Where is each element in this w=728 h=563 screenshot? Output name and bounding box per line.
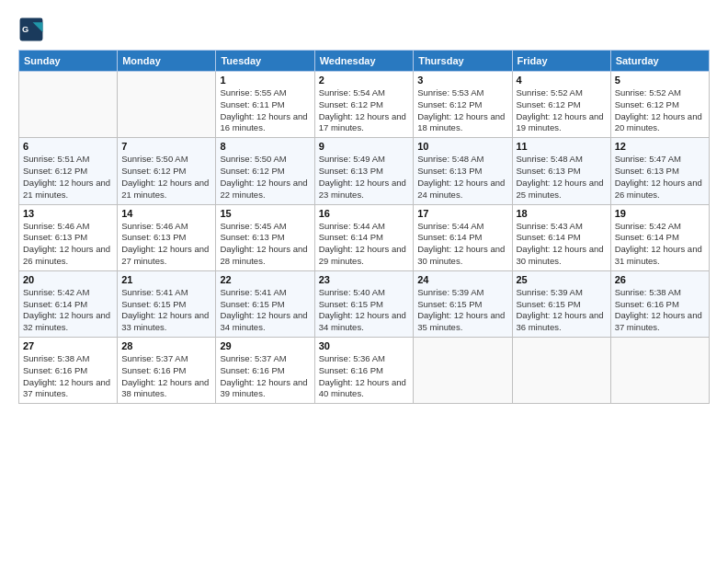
day-info: Sunrise: 5:49 AM Sunset: 6:13 PM Dayligh…: [319, 154, 410, 201]
day-header-monday: Monday: [118, 51, 216, 72]
day-number: 29: [220, 340, 310, 351]
calendar-cell: 23Sunrise: 5:40 AM Sunset: 6:15 PM Dayli…: [314, 270, 414, 337]
day-number: 26: [615, 274, 705, 285]
calendar-cell: 8Sunrise: 5:50 AM Sunset: 6:12 PM Daylig…: [216, 138, 314, 204]
day-info: Sunrise: 5:46 AM Sunset: 6:13 PM Dayligh…: [23, 221, 113, 268]
day-info: Sunrise: 5:42 AM Sunset: 6:14 PM Dayligh…: [23, 287, 113, 334]
day-number: 24: [417, 274, 507, 285]
day-info: Sunrise: 5:43 AM Sunset: 6:14 PM Dayligh…: [517, 221, 607, 268]
day-info: Sunrise: 5:55 AM Sunset: 6:11 PM Dayligh…: [220, 87, 310, 134]
calendar-cell: 11Sunrise: 5:48 AM Sunset: 6:13 PM Dayli…: [512, 138, 610, 204]
day-info: Sunrise: 5:44 AM Sunset: 6:14 PM Dayligh…: [319, 221, 410, 268]
calendar-cell: 14Sunrise: 5:46 AM Sunset: 6:13 PM Dayli…: [118, 204, 216, 270]
day-info: Sunrise: 5:50 AM Sunset: 6:12 PM Dayligh…: [121, 154, 211, 201]
day-number: 3: [417, 75, 507, 86]
calendar-cell: 27Sunrise: 5:38 AM Sunset: 6:16 PM Dayli…: [19, 338, 118, 404]
day-number: 4: [517, 75, 607, 86]
day-header-tuesday: Tuesday: [216, 51, 314, 72]
day-number: 14: [121, 208, 211, 219]
day-info: Sunrise: 5:46 AM Sunset: 6:13 PM Dayligh…: [121, 221, 211, 268]
svg-text:G: G: [22, 25, 28, 34]
day-header-wednesday: Wednesday: [314, 51, 414, 72]
calendar-cell: 18Sunrise: 5:43 AM Sunset: 6:14 PM Dayli…: [512, 204, 610, 270]
day-number: 27: [23, 340, 113, 351]
calendar-cell: 24Sunrise: 5:39 AM Sunset: 6:15 PM Dayli…: [414, 270, 512, 337]
day-info: Sunrise: 5:54 AM Sunset: 6:12 PM Dayligh…: [319, 87, 410, 134]
calendar-cell: 6Sunrise: 5:51 AM Sunset: 6:12 PM Daylig…: [19, 138, 118, 204]
calendar-page: G SundayMondayTuesdayWednesdayThursdayFr…: [0, 0, 728, 413]
day-number: 2: [319, 75, 410, 86]
calendar-cell: 2Sunrise: 5:54 AM Sunset: 6:12 PM Daylig…: [314, 72, 414, 138]
day-info: Sunrise: 5:38 AM Sunset: 6:16 PM Dayligh…: [615, 287, 705, 334]
day-number: 10: [417, 141, 507, 152]
day-info: Sunrise: 5:41 AM Sunset: 6:15 PM Dayligh…: [220, 287, 310, 334]
day-info: Sunrise: 5:44 AM Sunset: 6:14 PM Dayligh…: [417, 221, 507, 268]
calendar-table: SundayMondayTuesdayWednesdayThursdayFrid…: [18, 50, 710, 404]
calendar-cell: 19Sunrise: 5:42 AM Sunset: 6:14 PM Dayli…: [610, 204, 709, 270]
calendar-week-row: 13Sunrise: 5:46 AM Sunset: 6:13 PM Dayli…: [19, 204, 710, 270]
calendar-cell: [19, 72, 118, 138]
calendar-cell: 22Sunrise: 5:41 AM Sunset: 6:15 PM Dayli…: [216, 270, 314, 337]
day-info: Sunrise: 5:51 AM Sunset: 6:12 PM Dayligh…: [23, 154, 113, 201]
day-number: 16: [319, 208, 410, 219]
day-info: Sunrise: 5:38 AM Sunset: 6:16 PM Dayligh…: [23, 353, 113, 400]
calendar-cell: [414, 338, 512, 404]
calendar-week-row: 27Sunrise: 5:38 AM Sunset: 6:16 PM Dayli…: [19, 338, 710, 404]
day-number: 8: [220, 141, 310, 152]
day-info: Sunrise: 5:41 AM Sunset: 6:15 PM Dayligh…: [121, 287, 211, 334]
calendar-week-row: 6Sunrise: 5:51 AM Sunset: 6:12 PM Daylig…: [19, 138, 710, 204]
day-number: 19: [615, 208, 705, 219]
day-info: Sunrise: 5:39 AM Sunset: 6:15 PM Dayligh…: [517, 287, 607, 334]
calendar-cell: 30Sunrise: 5:36 AM Sunset: 6:16 PM Dayli…: [314, 338, 414, 404]
calendar-cell: 21Sunrise: 5:41 AM Sunset: 6:15 PM Dayli…: [118, 270, 216, 337]
calendar-cell: 5Sunrise: 5:52 AM Sunset: 6:12 PM Daylig…: [610, 72, 709, 138]
day-info: Sunrise: 5:39 AM Sunset: 6:15 PM Dayligh…: [417, 287, 507, 334]
day-number: 18: [517, 208, 607, 219]
calendar-cell: 10Sunrise: 5:48 AM Sunset: 6:13 PM Dayli…: [414, 138, 512, 204]
day-number: 21: [121, 274, 211, 285]
day-number: 30: [319, 340, 410, 351]
day-number: 25: [517, 274, 607, 285]
day-number: 22: [220, 274, 310, 285]
day-number: 12: [615, 141, 705, 152]
calendar-cell: 17Sunrise: 5:44 AM Sunset: 6:14 PM Dayli…: [414, 204, 512, 270]
day-info: Sunrise: 5:36 AM Sunset: 6:16 PM Dayligh…: [319, 353, 410, 400]
day-info: Sunrise: 5:42 AM Sunset: 6:14 PM Dayligh…: [615, 221, 705, 268]
day-info: Sunrise: 5:47 AM Sunset: 6:13 PM Dayligh…: [615, 154, 705, 201]
calendar-cell: 25Sunrise: 5:39 AM Sunset: 6:15 PM Dayli…: [512, 270, 610, 337]
day-header-saturday: Saturday: [610, 51, 709, 72]
calendar-cell: [512, 338, 610, 404]
calendar-cell: 1Sunrise: 5:55 AM Sunset: 6:11 PM Daylig…: [216, 72, 314, 138]
calendar-cell: 20Sunrise: 5:42 AM Sunset: 6:14 PM Dayli…: [19, 270, 118, 337]
day-number: 7: [121, 141, 211, 152]
logo: G: [18, 17, 46, 42]
day-number: 13: [23, 208, 113, 219]
day-info: Sunrise: 5:48 AM Sunset: 6:13 PM Dayligh…: [417, 154, 507, 201]
calendar-week-row: 20Sunrise: 5:42 AM Sunset: 6:14 PM Dayli…: [19, 270, 710, 337]
day-number: 28: [121, 340, 211, 351]
calendar-header-row: SundayMondayTuesdayWednesdayThursdayFrid…: [19, 51, 710, 72]
logo-icon: G: [18, 17, 44, 42]
calendar-cell: 29Sunrise: 5:37 AM Sunset: 6:16 PM Dayli…: [216, 338, 314, 404]
day-number: 17: [417, 208, 507, 219]
calendar-cell: 12Sunrise: 5:47 AM Sunset: 6:13 PM Dayli…: [610, 138, 709, 204]
day-number: 1: [220, 75, 310, 86]
day-info: Sunrise: 5:52 AM Sunset: 6:12 PM Dayligh…: [615, 87, 705, 134]
calendar-cell: [610, 338, 709, 404]
day-number: 15: [220, 208, 310, 219]
day-number: 23: [319, 274, 410, 285]
day-info: Sunrise: 5:50 AM Sunset: 6:12 PM Dayligh…: [220, 154, 310, 201]
day-info: Sunrise: 5:45 AM Sunset: 6:13 PM Dayligh…: [220, 221, 310, 268]
day-number: 20: [23, 274, 113, 285]
day-info: Sunrise: 5:48 AM Sunset: 6:13 PM Dayligh…: [517, 154, 607, 201]
day-number: 5: [615, 75, 705, 86]
day-info: Sunrise: 5:53 AM Sunset: 6:12 PM Dayligh…: [417, 87, 507, 134]
day-number: 11: [517, 141, 607, 152]
calendar-cell: 9Sunrise: 5:49 AM Sunset: 6:13 PM Daylig…: [314, 138, 414, 204]
day-info: Sunrise: 5:37 AM Sunset: 6:16 PM Dayligh…: [220, 353, 310, 400]
day-number: 9: [319, 141, 410, 152]
calendar-cell: 15Sunrise: 5:45 AM Sunset: 6:13 PM Dayli…: [216, 204, 314, 270]
day-info: Sunrise: 5:37 AM Sunset: 6:16 PM Dayligh…: [121, 353, 211, 400]
header: G: [18, 17, 710, 42]
calendar-cell: 26Sunrise: 5:38 AM Sunset: 6:16 PM Dayli…: [610, 270, 709, 337]
